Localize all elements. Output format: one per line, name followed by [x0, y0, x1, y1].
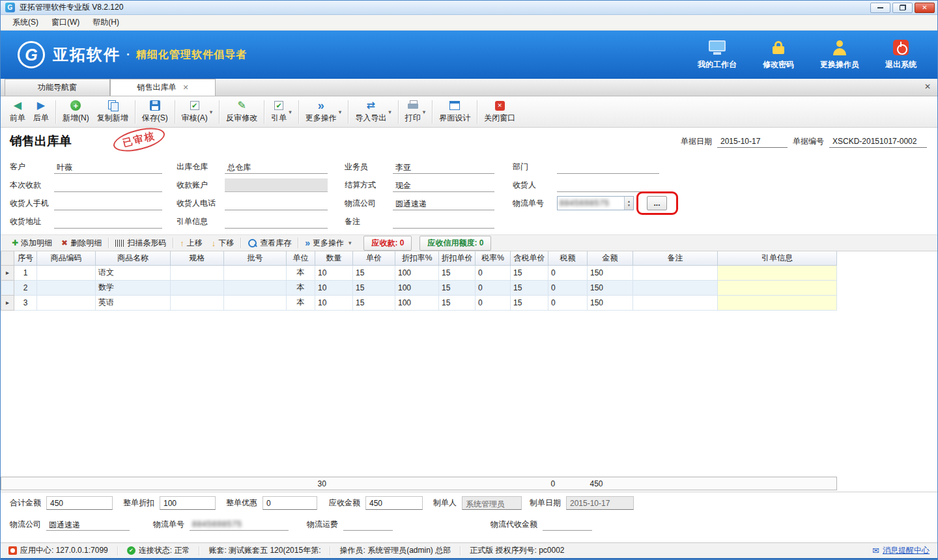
workbench-button[interactable]: 我的工作台 — [696, 39, 738, 70]
table-cell[interactable]: 15 — [439, 265, 476, 280]
column-header[interactable]: 金额 — [588, 251, 633, 265]
ref-info-field[interactable] — [225, 215, 328, 229]
table-cell[interactable]: 100 — [395, 280, 439, 295]
import-export-button[interactable]: ⇄导入导出▾ — [351, 98, 395, 125]
move-down-button[interactable]: ↓下移 — [207, 236, 239, 250]
table-cell[interactable]: 10 — [315, 295, 353, 310]
table-cell[interactable]: 2 — [14, 280, 37, 295]
switch-operator-button[interactable]: 更换操作员 — [819, 39, 860, 70]
table-cell[interactable] — [633, 280, 718, 295]
table-cell[interactable]: 本 — [287, 295, 315, 310]
table-cell[interactable] — [224, 265, 287, 280]
close-window-button[interactable]: ✕关闭窗口 — [480, 98, 519, 125]
menu-window[interactable]: 窗口(W) — [45, 15, 86, 30]
table-cell[interactable]: 15 — [511, 265, 548, 280]
table-cell[interactable]: 10 — [315, 265, 353, 280]
doc-date-field[interactable]: 2015-10-17 — [717, 135, 788, 148]
consignee-field[interactable] — [557, 178, 659, 192]
table-cell[interactable]: 150 — [588, 295, 633, 310]
detail-more-actions-button[interactable]: »更多操作▾ — [300, 236, 356, 250]
column-header[interactable]: 税额 — [548, 251, 588, 265]
add-line-button[interactable]: ✚添加明细 — [7, 236, 57, 250]
column-header[interactable]: 备注 — [633, 251, 718, 265]
table-cell[interactable]: 0 — [476, 265, 511, 280]
table-cell[interactable]: 0 — [548, 280, 588, 295]
pull-doc-button[interactable]: ✔引单▾ — [267, 98, 296, 125]
logistics-no-browse-button[interactable]: ... — [647, 196, 667, 210]
table-cell[interactable] — [37, 295, 96, 310]
column-header[interactable]: 批号 — [224, 251, 287, 265]
table-cell[interactable] — [171, 295, 224, 310]
table-row[interactable]: ▸3英语本1015100150150150 — [1, 295, 837, 310]
customer-field[interactable]: 叶薇 — [54, 160, 162, 174]
doc-no-field[interactable]: XSCKD-20151017-0002 — [829, 135, 927, 148]
table-cell[interactable]: 0 — [548, 295, 588, 310]
tab-close-icon[interactable]: ✕ — [182, 83, 188, 92]
table-cell[interactable]: 10 — [315, 280, 353, 295]
save-button[interactable]: 保存(S) — [138, 98, 172, 125]
table-row[interactable]: 2数学本1015100150150150 — [1, 280, 837, 295]
table-cell[interactable]: 15 — [439, 280, 476, 295]
tabstrip-close-icon[interactable]: ✕ — [924, 82, 931, 91]
exit-system-button[interactable]: 退出系统 — [880, 39, 922, 70]
logistics-company-field[interactable]: 圆通速递 — [393, 197, 494, 210]
table-cell[interactable]: 0 — [548, 265, 588, 280]
consignee-phone-field[interactable] — [225, 197, 328, 210]
table-cell[interactable]: 15 — [511, 295, 548, 310]
table-cell[interactable]: 1 — [14, 265, 37, 280]
column-header[interactable]: 单位 — [287, 251, 315, 265]
tab-nav-window[interactable]: 功能导航窗 — [5, 79, 110, 96]
table-cell[interactable] — [718, 280, 837, 295]
column-header[interactable]: 折扣率% — [395, 251, 439, 265]
table-cell[interactable]: 0 — [476, 295, 511, 310]
footer-logistics-company-field[interactable]: 圆通速递 — [46, 518, 130, 531]
table-cell[interactable] — [37, 265, 96, 280]
table-cell[interactable] — [633, 295, 718, 310]
order-promo-field[interactable]: 0 — [263, 496, 317, 510]
footer-logistics-no-field[interactable]: 8845698575 — [190, 518, 289, 531]
more-actions-button[interactable]: »更多操作▾ — [302, 98, 346, 125]
table-cell[interactable] — [224, 280, 287, 295]
department-field[interactable] — [557, 160, 659, 174]
table-cell[interactable]: 15 — [511, 280, 548, 295]
settlement-field[interactable]: 现金 — [393, 178, 494, 192]
table-cell[interactable] — [37, 280, 96, 295]
table-cell[interactable] — [718, 295, 837, 310]
column-header[interactable]: 商品编码 — [37, 251, 96, 265]
audit-button[interactable]: ✔审核(A)▾ — [178, 98, 217, 125]
spinner-icon[interactable]: ▲▼ — [624, 197, 633, 210]
logistics-no-field[interactable]: 8845698575 ▲▼ — [557, 196, 634, 210]
freight-field[interactable] — [343, 518, 393, 531]
next-doc-button[interactable]: ▶后单 — [29, 98, 53, 125]
table-cell[interactable]: 100 — [395, 265, 439, 280]
prev-doc-button[interactable]: ◀前单 — [6, 98, 29, 125]
delete-line-button[interactable]: ✖删除明细 — [57, 236, 106, 250]
table-cell[interactable] — [224, 295, 287, 310]
credit-limit-badge[interactable]: 应收信用额度: 0 — [419, 236, 491, 251]
table-cell[interactable]: 本 — [287, 280, 315, 295]
copy-new-button[interactable]: 复制新增 — [93, 98, 132, 125]
menu-help[interactable]: 帮助(H) — [86, 15, 126, 30]
table-cell[interactable]: 15 — [439, 295, 476, 310]
table-cell[interactable]: 150 — [588, 280, 633, 295]
scan-barcode-button[interactable]: 扫描条形码 — [111, 236, 171, 250]
table-cell[interactable]: 3 — [14, 295, 37, 310]
minimize-button[interactable] — [870, 3, 890, 13]
table-cell[interactable]: 100 — [395, 295, 439, 310]
receivable-badge[interactable]: 应收款: 0 — [363, 236, 412, 251]
salesman-field[interactable]: 李亚 — [393, 160, 494, 174]
column-header[interactable]: 序号 — [14, 251, 37, 265]
unaudit-button[interactable]: ✎反审修改 — [222, 98, 261, 125]
column-header[interactable]: 单价 — [353, 251, 395, 265]
remark-field[interactable] — [393, 215, 494, 229]
column-header[interactable]: 引单信息 — [718, 251, 837, 265]
column-header[interactable]: 商品名称 — [96, 251, 171, 265]
receivable-amount-field[interactable]: 450 — [365, 496, 423, 510]
table-cell[interactable]: 150 — [588, 265, 633, 280]
column-header[interactable]: 税率% — [476, 251, 511, 265]
menu-system[interactable]: 系统(S) — [6, 15, 45, 30]
column-header[interactable]: 折扣单价 — [439, 251, 476, 265]
table-cell[interactable]: 语文 — [96, 265, 171, 280]
add-new-button[interactable]: +新增(N) — [59, 98, 93, 125]
table-cell[interactable]: 15 — [353, 295, 395, 310]
